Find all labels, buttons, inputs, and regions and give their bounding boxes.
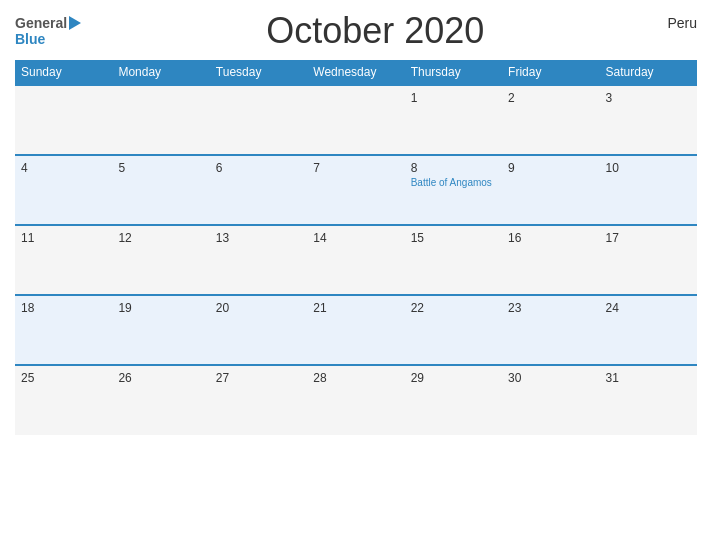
calendar-day-cell: 2 [502,85,599,155]
day-number: 14 [313,231,398,245]
day-number: 29 [411,371,496,385]
calendar-day-cell: 5 [112,155,209,225]
day-number: 1 [411,91,496,105]
day-number: 23 [508,301,593,315]
calendar-day-cell: 9 [502,155,599,225]
weekday-header-row: SundayMondayTuesdayWednesdayThursdayFrid… [15,60,697,85]
calendar-week-row: 25262728293031 [15,365,697,435]
day-number: 2 [508,91,593,105]
calendar-day-cell: 28 [307,365,404,435]
country-label: Peru [667,15,697,31]
calendar-day-cell: 19 [112,295,209,365]
weekday-header-thursday: Thursday [405,60,502,85]
day-number: 9 [508,161,593,175]
calendar-day-cell [112,85,209,155]
day-number: 31 [606,371,691,385]
day-number: 25 [21,371,106,385]
calendar-day-cell: 17 [600,225,697,295]
day-number: 27 [216,371,301,385]
calendar-day-cell: 6 [210,155,307,225]
day-number: 10 [606,161,691,175]
calendar-week-row: 45678Battle of Angamos910 [15,155,697,225]
calendar-table: SundayMondayTuesdayWednesdayThursdayFrid… [15,60,697,435]
day-number: 17 [606,231,691,245]
calendar-day-cell: 29 [405,365,502,435]
day-number: 4 [21,161,106,175]
calendar-day-cell: 26 [112,365,209,435]
day-number: 28 [313,371,398,385]
calendar-day-cell: 30 [502,365,599,435]
calendar-title: October 2020 [83,10,667,52]
calendar-day-cell: 23 [502,295,599,365]
calendar-day-cell: 25 [15,365,112,435]
calendar-day-cell: 27 [210,365,307,435]
day-number: 21 [313,301,398,315]
weekday-header-monday: Monday [112,60,209,85]
calendar-day-cell: 7 [307,155,404,225]
day-number: 24 [606,301,691,315]
calendar-day-cell: 20 [210,295,307,365]
logo: General Blue [15,15,83,47]
calendar-page: General Blue October 2020 Peru SundayMon… [0,0,712,550]
day-number: 18 [21,301,106,315]
day-number: 7 [313,161,398,175]
weekday-header-tuesday: Tuesday [210,60,307,85]
weekday-header-saturday: Saturday [600,60,697,85]
day-number: 19 [118,301,203,315]
calendar-day-cell: 13 [210,225,307,295]
day-number: 6 [216,161,301,175]
calendar-week-row: 123 [15,85,697,155]
day-number: 13 [216,231,301,245]
calendar-week-row: 18192021222324 [15,295,697,365]
weekday-header-wednesday: Wednesday [307,60,404,85]
day-number: 3 [606,91,691,105]
day-number: 8 [411,161,496,175]
calendar-day-cell: 1 [405,85,502,155]
calendar-day-cell: 18 [15,295,112,365]
calendar-day-cell: 10 [600,155,697,225]
calendar-day-cell: 16 [502,225,599,295]
calendar-day-cell [210,85,307,155]
day-number: 11 [21,231,106,245]
calendar-day-cell: 14 [307,225,404,295]
day-event: Battle of Angamos [411,177,496,188]
weekday-header-friday: Friday [502,60,599,85]
calendar-day-cell: 4 [15,155,112,225]
logo-triangle-icon [69,16,81,30]
calendar-day-cell: 24 [600,295,697,365]
day-number: 20 [216,301,301,315]
calendar-day-cell [15,85,112,155]
calendar-day-cell: 3 [600,85,697,155]
calendar-day-cell: 12 [112,225,209,295]
calendar-week-row: 11121314151617 [15,225,697,295]
day-number: 12 [118,231,203,245]
calendar-day-cell: 15 [405,225,502,295]
weekday-header-sunday: Sunday [15,60,112,85]
logo-blue-text: Blue [15,31,45,47]
calendar-day-cell: 8Battle of Angamos [405,155,502,225]
calendar-header: General Blue October 2020 Peru [15,10,697,52]
day-number: 15 [411,231,496,245]
day-number: 22 [411,301,496,315]
calendar-day-cell: 11 [15,225,112,295]
day-number: 26 [118,371,203,385]
day-number: 30 [508,371,593,385]
calendar-day-cell: 21 [307,295,404,365]
day-number: 16 [508,231,593,245]
calendar-day-cell: 31 [600,365,697,435]
day-number: 5 [118,161,203,175]
logo-general-text: General [15,15,67,31]
calendar-day-cell [307,85,404,155]
calendar-day-cell: 22 [405,295,502,365]
